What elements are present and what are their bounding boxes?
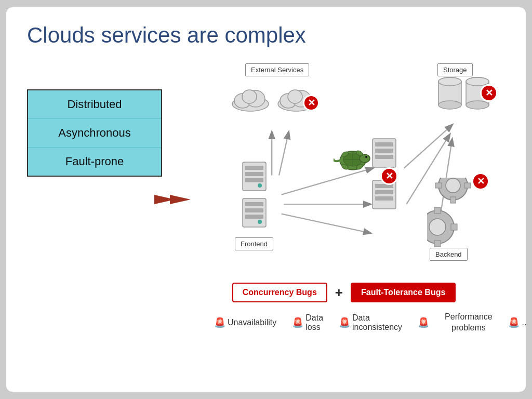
data-loss-icon: 🚨 [292,317,303,328]
issue-data-loss: 🚨 Data loss [292,313,323,332]
cloud-error-badge: ✕ [303,95,320,111]
issue-unavailability: 🚨 Unavailability [214,317,276,328]
backend-label: Backend [430,248,468,261]
svg-rect-62 [451,224,457,230]
svg-rect-46 [375,149,393,153]
list-item-asynchronous: Asynchronous [28,119,161,148]
diagram-area: External Services Storage [183,58,505,365]
svg-point-22 [466,101,489,109]
svg-rect-45 [375,142,393,147]
unavailability-icon: 🚨 [214,317,225,328]
backend-error-badge: ✕ [380,167,398,185]
storage-error-badge: ✕ [480,84,498,102]
issue-ellipsis: 🚨 … [508,317,526,328]
svg-rect-56 [464,183,471,188]
slide-title: Clouds services are complex [27,23,505,48]
storage-label: Storage [437,63,473,76]
issue-performance: Performanceproblems [445,312,493,334]
svg-rect-60 [434,207,441,214]
issue-extra-icon: 🚨 [418,317,429,328]
svg-point-15 [288,90,302,103]
gear-error-badge: ✕ [472,172,489,190]
plus-sign: + [335,285,343,301]
list-item-distributed: Distributed [28,90,161,119]
svg-line-3 [404,125,453,168]
svg-rect-41 [245,208,263,212]
svg-rect-47 [375,155,393,159]
list-box: Distributed Asynchronous Fault-prone [27,89,162,177]
svg-point-18 [438,101,461,109]
storage-container: ✕ [437,76,490,110]
bugs-row: Concurrency Bugs + Fault-Tolerance Bugs [183,283,505,302]
svg-point-43 [258,220,262,224]
svg-rect-36 [245,172,263,176]
svg-point-11 [242,90,257,103]
svg-rect-61 [434,241,441,247]
svg-rect-35 [245,166,263,170]
extra-exclaim-icon: 🚨 [418,317,429,328]
svg-point-59 [429,219,446,235]
frontend-label: Frontend [235,237,273,250]
svg-line-2 [282,214,370,233]
svg-point-29 [365,156,367,158]
svg-rect-40 [245,202,263,206]
cloud-error-container: ✕ [275,84,317,115]
frontend-server-group [240,159,269,234]
bottom-section: Concurrency Bugs + Fault-Tolerance Bugs … [183,283,505,334]
cloud-normal-icon [230,84,271,113]
svg-rect-51 [375,196,393,201]
turtle-icon [334,144,373,177]
data-loss-label: Data loss [305,313,323,332]
svg-point-19 [438,77,461,86]
svg-rect-50 [375,190,393,194]
cylinder-1-icon [437,76,462,110]
left-panel: Distributed Asynchronous Fault-prone [27,89,183,365]
performance-label: Performanceproblems [445,312,493,334]
concurrency-bugs-badge: Concurrency Bugs [232,283,327,302]
unavailability-label: Unavailability [228,318,276,327]
issue-data-inconsistency: 🚨 Data inconsistency [339,313,402,332]
svg-rect-37 [245,178,263,182]
ellipsis-icon: 🚨 [508,317,520,328]
svg-line-7 [279,132,289,175]
list-item-fault-prone: Fault-prone [28,148,161,176]
external-services-label: External Services [245,63,309,76]
cloud-container: ✕ [230,84,317,115]
svg-rect-57 [435,183,442,188]
issues-row: 🚨 Unavailability 🚨 Data loss 🚨 Data inco… [183,312,505,334]
slide: Clouds services are complex Distributed … [6,7,526,392]
svg-point-53 [446,178,460,193]
svg-rect-55 [450,197,456,203]
svg-point-38 [258,183,262,188]
svg-rect-42 [245,215,263,219]
input-arrow [152,191,193,211]
content-area: Distributed Asynchronous Fault-prone [27,58,505,365]
fault-tolerance-bugs-badge: Fault-Tolerance Bugs [351,283,456,302]
backend-server-group: ✕ [370,136,398,219]
ellipsis-label: … [522,318,526,327]
data-inconsistency-label: Data inconsistency [352,313,402,332]
data-inconsistency-icon: 🚨 [339,317,350,328]
